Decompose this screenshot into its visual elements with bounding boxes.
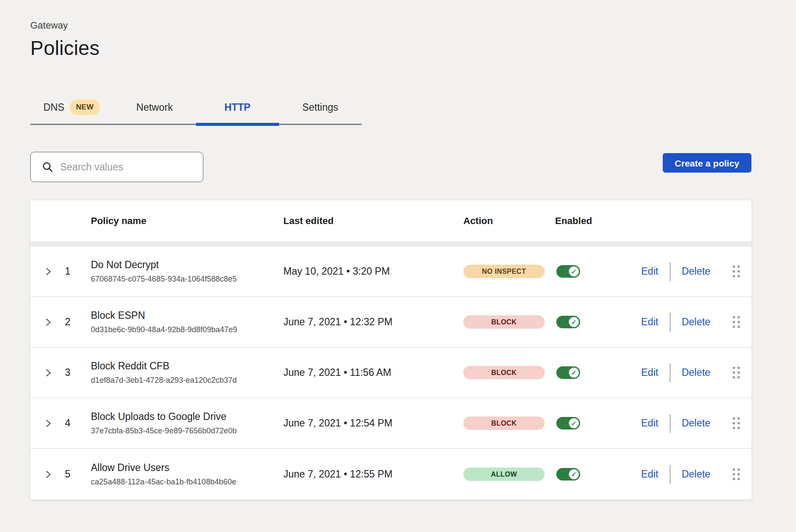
- last-edited: June 7, 2021 • 12:54 PM: [283, 417, 463, 429]
- expand-row-button[interactable]: [30, 317, 61, 327]
- policy-uuid: 37e7cbfa-85b3-45ce-9e89-7656b0d72e0b: [91, 426, 283, 436]
- row-actions: Edit Delete: [641, 398, 751, 448]
- action-divider: [670, 262, 671, 281]
- action-divider: [670, 414, 671, 433]
- tab-bar: DNS NEW Network HTTP Settings: [30, 93, 362, 125]
- tab-http[interactable]: HTTP: [196, 93, 279, 124]
- table-row: 1 Do Not Decrypt 67068745-c075-4685-934a…: [30, 247, 751, 297]
- row-number: 3: [61, 367, 91, 378]
- tab-dns-label: DNS: [43, 102, 64, 113]
- edit-link[interactable]: Edit: [641, 417, 658, 429]
- tab-settings-label: Settings: [302, 102, 338, 113]
- toggle-check-icon: ✓: [569, 317, 579, 327]
- enabled-toggle[interactable]: ✓: [556, 366, 580, 379]
- row-actions: Edit Delete: [641, 348, 751, 397]
- table-row: 2 Block ESPN 0d31be6c-9b90-48a4-92b8-9d8…: [30, 297, 751, 348]
- chevron-right-icon: [45, 317, 52, 327]
- action-divider: [670, 465, 671, 484]
- action-cell: NO INSPECT: [463, 265, 555, 278]
- chevron-right-icon: [45, 267, 52, 276]
- policy-uuid: ca25a488-112a-45ac-ba1b-fb4108b4b60e: [91, 478, 283, 487]
- search-input[interactable]: [60, 161, 195, 173]
- table-row: 3 Block Reddit CFB d1ef8a7d-3eb1-4728-a2…: [30, 348, 751, 398]
- toggle-check-icon: ✓: [569, 469, 579, 479]
- search-icon: [42, 161, 53, 173]
- tab-settings[interactable]: Settings: [279, 93, 362, 124]
- enabled-toggle[interactable]: ✓: [556, 265, 580, 278]
- edit-link[interactable]: Edit: [641, 266, 658, 277]
- chevron-right-icon: [45, 470, 52, 479]
- drag-handle-icon[interactable]: [733, 367, 740, 378]
- last-edited: June 7, 2021 • 12:32 PM: [283, 316, 463, 328]
- column-header-action: Action: [463, 215, 555, 227]
- enabled-toggle[interactable]: ✓: [556, 316, 580, 328]
- row-actions: Edit Delete: [641, 247, 751, 296]
- policy-name-cell: Block Uploads to Google Drive 37e7cbfa-8…: [91, 411, 283, 436]
- toolbar: Create a policy: [30, 152, 751, 182]
- policy-name: Allow Drive Users: [91, 462, 283, 474]
- policy-name-cell: Do Not Decrypt 67068745-c075-4685-934a-1…: [91, 259, 283, 284]
- action-divider: [670, 313, 671, 332]
- row-number: 1: [61, 266, 91, 277]
- table-header-row: Policy name Last edited Action Enabled: [30, 200, 751, 241]
- action-badge: ALLOW: [463, 468, 545, 481]
- policy-name: Do Not Decrypt: [91, 259, 283, 271]
- create-policy-button[interactable]: Create a policy: [663, 153, 751, 173]
- breadcrumb: Gateway: [30, 0, 751, 31]
- delete-link[interactable]: Delete: [682, 468, 710, 480]
- enabled-cell: ✓: [555, 366, 641, 379]
- action-badge: BLOCK: [463, 417, 545, 430]
- policy-name: Block ESPN: [91, 310, 283, 321]
- tab-dns[interactable]: DNS NEW: [30, 93, 113, 124]
- policies-table: Policy name Last edited Action Enabled 1…: [30, 200, 751, 500]
- tab-http-label: HTTP: [225, 102, 250, 113]
- chevron-right-icon: [45, 368, 52, 378]
- chevron-right-icon: [45, 419, 52, 428]
- expand-row-button[interactable]: [30, 368, 61, 378]
- delete-link[interactable]: Delete: [682, 316, 710, 328]
- delete-link[interactable]: Delete: [682, 417, 710, 429]
- header-divider: [30, 241, 751, 247]
- table-body: 1 Do Not Decrypt 67068745-c075-4685-934a…: [30, 247, 751, 500]
- search-box[interactable]: [30, 152, 203, 182]
- delete-link[interactable]: Delete: [682, 266, 710, 277]
- action-badge: BLOCK: [463, 315, 545, 329]
- enabled-toggle[interactable]: ✓: [556, 417, 580, 429]
- drag-handle-icon[interactable]: [733, 417, 740, 429]
- row-number: 5: [61, 468, 91, 480]
- policy-name: Block Reddit CFB: [91, 360, 283, 372]
- drag-handle-icon[interactable]: [733, 316, 740, 328]
- enabled-cell: ✓: [555, 316, 641, 328]
- enabled-toggle[interactable]: ✓: [556, 468, 580, 481]
- edit-link[interactable]: Edit: [641, 468, 658, 480]
- expand-row-button[interactable]: [30, 470, 61, 479]
- expand-row-button[interactable]: [30, 419, 61, 428]
- policy-uuid: d1ef8a7d-3eb1-4728-a293-ea120c2cb37d: [91, 376, 283, 385]
- drag-handle-icon[interactable]: [733, 468, 740, 480]
- delete-link[interactable]: Delete: [682, 367, 710, 378]
- row-number: 2: [61, 316, 91, 328]
- last-edited: June 7, 2021 • 11:56 AM: [283, 367, 463, 378]
- drag-handle-icon[interactable]: [733, 266, 740, 277]
- action-cell: BLOCK: [463, 417, 555, 430]
- policy-uuid: 0d31be6c-9b90-48a4-92b8-9d8f09ba47e9: [91, 325, 283, 334]
- expand-row-button[interactable]: [30, 267, 61, 276]
- policy-name: Block Uploads to Google Drive: [91, 411, 283, 423]
- action-cell: BLOCK: [463, 366, 555, 379]
- tab-network-label: Network: [136, 102, 173, 113]
- tab-network[interactable]: Network: [113, 93, 196, 124]
- policy-uuid: 67068745-c075-4685-934a-1064f588c8e5: [91, 275, 283, 284]
- table-row: 4 Block Uploads to Google Drive 37e7cbfa…: [30, 398, 751, 449]
- toggle-check-icon: ✓: [569, 266, 579, 276]
- action-cell: ALLOW: [463, 468, 555, 481]
- last-edited: May 10, 2021 • 3:20 PM: [283, 266, 463, 277]
- edit-link[interactable]: Edit: [641, 367, 658, 378]
- toggle-check-icon: ✓: [569, 418, 579, 428]
- edit-link[interactable]: Edit: [641, 316, 658, 328]
- toggle-check-icon: ✓: [569, 368, 579, 378]
- row-actions: Edit Delete: [641, 449, 751, 500]
- policy-name-cell: Allow Drive Users ca25a488-112a-45ac-ba1…: [91, 462, 283, 487]
- row-actions: Edit Delete: [641, 297, 751, 347]
- table-row: 5 Allow Drive Users ca25a488-112a-45ac-b…: [30, 449, 751, 500]
- row-number: 4: [61, 417, 91, 429]
